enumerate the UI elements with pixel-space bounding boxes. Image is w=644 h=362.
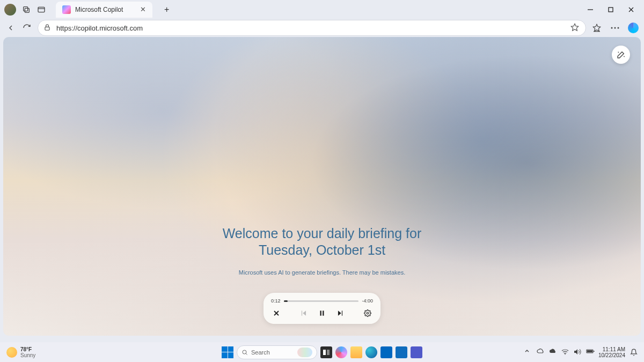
previous-track-button	[298, 308, 309, 319]
svg-marker-9	[571, 24, 578, 31]
profile-avatar[interactable]	[4, 4, 16, 16]
taskbar-center: Search	[222, 345, 422, 359]
onedrive-icon[interactable]	[537, 349, 544, 356]
briefing-title: Welcome to your daily briefing for Tuesd…	[3, 225, 641, 259]
window-controls	[585, 4, 640, 15]
tab-title: Microsoft Copilot	[75, 6, 136, 13]
svg-rect-18	[302, 311, 302, 315]
weather-widget[interactable]: 78°F Sunny	[6, 346, 35, 358]
clock[interactable]: 11:11 AM 10/22/2024	[598, 346, 625, 358]
progress-fill	[284, 300, 288, 302]
cloud-icon[interactable]	[549, 349, 557, 356]
svg-marker-21	[338, 311, 341, 315]
briefing-text: Welcome to your daily briefing for Tuesd…	[3, 225, 641, 276]
svg-rect-20	[323, 311, 324, 315]
next-track-button[interactable]	[335, 308, 346, 319]
settings-button[interactable]	[362, 308, 373, 319]
back-button[interactable]	[5, 23, 16, 33]
briefing-title-line2: Tuesday, October 1st	[259, 242, 385, 257]
page-content: Welcome to your daily briefing for Tuesd…	[3, 37, 641, 336]
url-text: https://copilot.microsoft.com	[56, 24, 566, 32]
close-tab-button[interactable]: ✕	[140, 5, 146, 13]
wifi-icon[interactable]	[561, 349, 569, 356]
copilot-app-icon[interactable]	[335, 346, 347, 358]
copilot-sidebar-icon[interactable]	[628, 23, 639, 33]
notifications-icon[interactable]	[630, 349, 638, 356]
svg-marker-29	[574, 349, 577, 354]
tab-actions-icon[interactable]	[36, 5, 46, 14]
address-bar-row: https://copilot.microsoft.com	[0, 19, 644, 37]
svg-rect-27	[327, 350, 330, 355]
audio-player: 0:12 -4:00	[264, 293, 380, 324]
file-explorer-icon[interactable]	[350, 346, 362, 358]
svg-point-12	[611, 27, 613, 29]
magic-wand-button[interactable]	[612, 46, 630, 64]
svg-point-23	[367, 312, 369, 314]
svg-marker-10	[593, 24, 600, 31]
svg-rect-8	[45, 27, 49, 30]
titlebar-left: Microsoft Copilot ✕ +	[4, 2, 169, 18]
workspaces-icon[interactable]	[21, 5, 31, 14]
teams-icon[interactable]	[411, 346, 422, 358]
svg-rect-2	[38, 7, 45, 12]
task-view-icon[interactable]	[320, 346, 332, 358]
progress-row: 0:12 -4:00	[271, 298, 373, 304]
refresh-button[interactable]	[21, 23, 32, 33]
pause-button[interactable]	[317, 308, 327, 319]
start-button[interactable]	[222, 346, 233, 358]
battery-icon[interactable]	[586, 349, 594, 356]
tray-chevron-icon[interactable]	[524, 349, 532, 356]
svg-line-25	[246, 353, 247, 354]
outlook-icon[interactable]	[396, 346, 407, 358]
maximize-button[interactable]	[605, 4, 616, 15]
windows-taskbar: 78°F Sunny Search 11:11 AM 10/22/2024	[0, 342, 644, 362]
time: 11:11 AM	[598, 346, 625, 352]
search-placeholder: Search	[251, 349, 270, 356]
taskbar-search[interactable]: Search	[237, 345, 317, 359]
svg-rect-0	[24, 6, 28, 11]
center-controls	[298, 308, 346, 319]
weather-temp: 78°F	[20, 346, 35, 352]
svg-rect-5	[609, 8, 613, 12]
svg-point-24	[243, 350, 246, 354]
address-bar[interactable]: https://copilot.microsoft.com	[38, 20, 586, 36]
svg-rect-31	[587, 350, 592, 352]
player-controls	[271, 308, 373, 319]
site-info-icon[interactable]	[43, 24, 52, 32]
svg-rect-19	[320, 311, 321, 315]
svg-point-28	[565, 353, 566, 354]
svg-point-13	[614, 27, 616, 29]
briefing-title-line1: Welcome to your daily briefing for	[223, 226, 422, 241]
date: 10/22/2024	[598, 352, 625, 358]
current-time: 0:12	[271, 298, 281, 304]
weather-condition: Sunny	[20, 352, 35, 358]
more-menu-icon[interactable]	[610, 23, 620, 33]
store-icon[interactable]	[380, 346, 392, 358]
system-tray: 11:11 AM 10/22/2024	[524, 346, 638, 358]
remaining-time: -4:00	[362, 298, 373, 304]
close-window-button[interactable]	[626, 4, 636, 15]
toolbar-right	[591, 23, 639, 33]
edge-icon[interactable]	[365, 346, 377, 358]
search-decoration-icon	[297, 348, 312, 357]
volume-icon[interactable]	[574, 349, 581, 356]
close-player-button[interactable]	[271, 308, 282, 319]
browser-titlebar: Microsoft Copilot ✕ +	[0, 0, 644, 19]
svg-marker-17	[303, 311, 306, 315]
briefing-disclaimer: Microsoft uses AI to generate briefings.…	[3, 269, 641, 276]
svg-rect-32	[594, 351, 595, 352]
new-tab-button[interactable]: +	[164, 5, 169, 14]
favorites-icon[interactable]	[591, 23, 602, 33]
copilot-favicon	[62, 5, 71, 14]
svg-rect-26	[323, 350, 326, 355]
favorite-star-icon[interactable]	[570, 23, 580, 33]
sun-icon	[6, 347, 17, 358]
search-icon	[241, 349, 248, 356]
svg-rect-1	[25, 8, 29, 12]
svg-rect-22	[342, 311, 342, 315]
browser-tab[interactable]: Microsoft Copilot ✕	[56, 2, 152, 18]
progress-track[interactable]	[284, 300, 359, 302]
minimize-button[interactable]	[585, 4, 596, 15]
svg-point-14	[618, 27, 619, 29]
